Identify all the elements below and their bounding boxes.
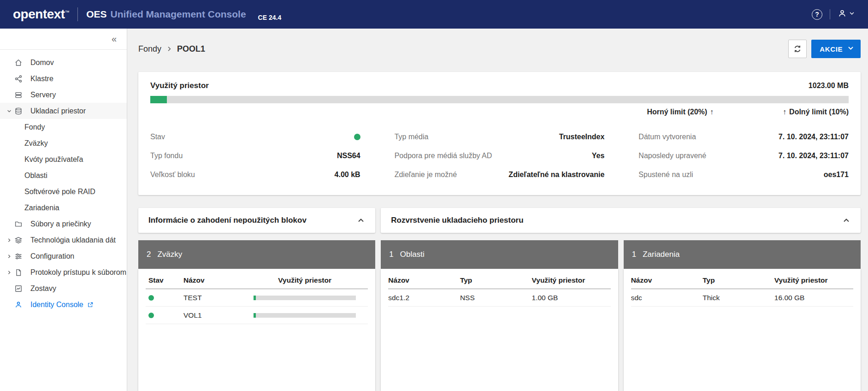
sidebar-item-label: Servery	[30, 91, 56, 99]
table-row[interactable]: TEST	[146, 289, 368, 307]
actions-button[interactable]: AKCIE	[811, 40, 861, 58]
device-type: Thick	[703, 294, 774, 302]
chevron-right-icon	[4, 237, 14, 243]
devices-table-header: Názov Typ Využitý priestor	[631, 272, 853, 289]
help-icon[interactable]: ?	[812, 9, 822, 20]
sidebar-item-oblasti[interactable]: Oblasti	[0, 167, 127, 184]
report-chart-icon	[14, 284, 25, 293]
content-area: Fondy POOL1 AKCIE Využitý priestor 1023.…	[127, 29, 868, 391]
lower-limit-label: Dolný limit (10%)	[789, 108, 849, 116]
sidebar-item-softverove-pole-raid[interactable]: Softvérové pole RAID	[0, 184, 127, 200]
sidebar-item-protokoly-pristupu-k-suborom[interactable]: Protokoly prístupu k súborom	[0, 264, 127, 280]
pool-summary-card: Využitý priestor 1023.00 MB Horný limit …	[138, 72, 861, 195]
breadcrumb-row: Fondy POOL1 AKCIE	[138, 40, 861, 58]
sidebar-item-label: Zostavy	[30, 284, 56, 293]
detail-podpora-ad: Podpora pre médiá služby AD Yes	[395, 146, 605, 165]
main-layout: « Domov Klastre Servery Ukladací	[0, 29, 868, 391]
external-link-icon	[87, 302, 94, 308]
home-icon	[14, 59, 25, 67]
sidebar-item-zostavy[interactable]: Zostavy	[0, 280, 127, 296]
table-row[interactable]: VOL1	[146, 307, 368, 324]
chevron-up-icon[interactable]	[357, 216, 365, 225]
section-header-row: Informácie o zahodení nepoužitých blokov…	[138, 208, 861, 233]
status-dot	[148, 313, 154, 318]
volume-name: VOL1	[183, 311, 242, 320]
detail-typ-fondu: Typ fondu NSS64	[150, 146, 360, 165]
details-column-1: Stav Typ fondu NSS64 Veľkosť bloku 4.00 …	[150, 127, 360, 184]
sidebar-item-servery[interactable]: Servery	[0, 87, 127, 103]
detail-spustene-na-uzli: Spustené na uzli oes171	[638, 165, 849, 184]
up-arrow-icon: ↑	[783, 108, 786, 116]
partitions-table-header: Názov Typ Využitý priestor	[388, 272, 610, 289]
refresh-button[interactable]	[788, 40, 807, 58]
upper-limit-label: Horný limit (20%)	[647, 108, 707, 116]
sidebar-item-label: Softvérové pole RAID	[24, 188, 95, 196]
volumes-panel-header: 2 Zväzky	[138, 240, 375, 269]
devices-panel: 1 Zariadenia Názov Typ Využitý priestor …	[624, 240, 861, 391]
devices-count: 1	[632, 250, 636, 259]
details-column-2: Typ média TrusteeIndex Podpora pre médiá…	[395, 127, 605, 184]
server-icon	[14, 91, 25, 99]
chevron-down-icon	[847, 45, 854, 53]
partitions-title: Oblasti	[400, 250, 425, 259]
product-name-bold: OES	[86, 9, 106, 20]
sidebar-item-zariadenia[interactable]: Zariadenia	[0, 200, 127, 216]
chevron-up-icon[interactable]	[842, 216, 850, 225]
actions-button-label: AKCIE	[820, 45, 843, 53]
status-dot	[354, 134, 360, 140]
version-badge: CE 24.4	[258, 14, 282, 21]
up-arrow-icon: ↑	[710, 108, 714, 116]
partition-type: NSS	[460, 294, 532, 302]
partitions-panel: 1 Oblasti Názov Typ Využitý priestor sdc…	[381, 240, 618, 391]
sidebar-item-ukladaci-priestor[interactable]: Ukladací priestor	[0, 103, 127, 119]
chevron-right-icon	[4, 270, 14, 275]
sidebar-item-fondy[interactable]: Fondy	[0, 119, 127, 135]
used-space-total: 1023.00 MB	[809, 82, 849, 90]
sidebar-item-label: Zariadenia	[24, 204, 59, 212]
table-row[interactable]: sdc1.2 NSS 1.00 GB	[388, 289, 610, 307]
sidebar-item-technologia-ukladania-dat[interactable]: Technológia ukladania dát	[0, 232, 127, 248]
sidebar-item-subory-a-priecinky[interactable]: Súbory a priečinky	[0, 216, 127, 232]
breadcrumb-current: POOL1	[177, 44, 205, 54]
sidebar-item-identity-console[interactable]: Identity Console	[0, 296, 127, 313]
brand-divider	[77, 7, 78, 21]
topbar-divider	[830, 9, 830, 19]
detail-datum-vytvorenia: Dátum vytvorenia 7. 10. 2024, 23:11:07	[638, 127, 849, 146]
pool-details-grid: Stav Typ fondu NSS64 Veľkosť bloku 4.00 …	[150, 127, 849, 184]
detail-naposledy-upravene: Naposledy upravené 7. 10. 2024, 23:11:07	[638, 146, 849, 165]
user-menu[interactable]	[838, 9, 855, 20]
sidebar-item-domov[interactable]: Domov	[0, 54, 127, 71]
status-dot	[148, 295, 154, 301]
sidebar-item-kvoty-pouzivatela[interactable]: Kvóty používateľa	[0, 151, 127, 167]
volume-used-bar	[254, 296, 356, 300]
device-used: 16.00 GB	[774, 294, 853, 302]
identity-person-icon	[14, 301, 25, 309]
discard-info-section-header: Informácie o zahodení nepoužitých blokov	[138, 208, 375, 233]
details-column-3: Dátum vytvorenia 7. 10. 2024, 23:11:07 N…	[638, 127, 849, 184]
sidebar-item-label: Zväzky	[24, 139, 48, 148]
sidebar-nav: Domov Klastre Servery Ukladací priestor …	[0, 50, 127, 313]
partition-used: 1.00 GB	[532, 294, 611, 302]
top-bar: opentext™ OES Unified Management Console…	[0, 0, 868, 29]
used-space-title: Využitý priestor	[150, 81, 209, 90]
breadcrumb-separator-icon	[166, 46, 172, 52]
sidebar-item-label: Protokoly prístupu k súborom	[30, 268, 126, 277]
detail-stav: Stav	[150, 127, 360, 146]
volume-used-bar	[254, 313, 356, 318]
breadcrumb: Fondy POOL1	[138, 44, 205, 54]
layers-icon	[14, 236, 25, 244]
volumes-count: 2	[147, 250, 151, 259]
used-space-progressbar	[150, 96, 849, 103]
sidebar-item-zvazky[interactable]: Zväzky	[0, 135, 127, 151]
table-row[interactable]: sdc Thick 16.00 GB	[631, 289, 853, 307]
volumes-panel-body: Stav Názov Využitý priestor TEST VOL1	[138, 269, 375, 391]
sidebar-item-configuration[interactable]: Configuration	[0, 248, 127, 264]
page-actions: AKCIE	[788, 40, 861, 58]
logo-text: opentext	[13, 7, 65, 21]
breadcrumb-parent[interactable]: Fondy	[138, 44, 161, 54]
sliders-icon	[14, 252, 25, 261]
panels-row: 2 Zväzky Stav Názov Využitý priestor TES…	[138, 240, 861, 391]
partitions-panel-header: 1 Oblasti	[381, 240, 618, 269]
sidebar-item-klastre[interactable]: Klastre	[0, 71, 127, 87]
sidebar-collapse-button[interactable]: «	[112, 34, 117, 44]
